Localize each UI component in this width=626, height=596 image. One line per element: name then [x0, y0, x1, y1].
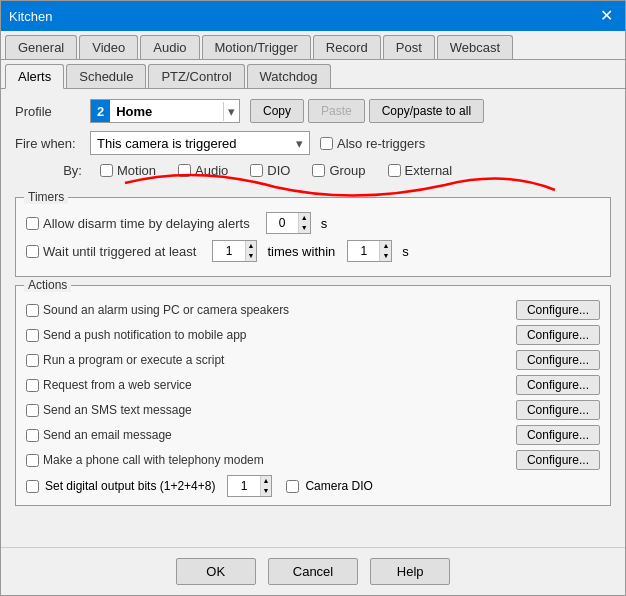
- by-group-label[interactable]: Group: [312, 163, 365, 178]
- window-title: Kitchen: [9, 9, 52, 24]
- action-3-configure[interactable]: Configure...: [516, 375, 600, 395]
- digital-output-checkbox[interactable]: [26, 480, 39, 493]
- by-dio-label[interactable]: DIO: [250, 163, 290, 178]
- by-audio-label[interactable]: Audio: [178, 163, 228, 178]
- close-button[interactable]: ✕: [596, 8, 617, 24]
- allow-disarm-spinner[interactable]: 0 ▲ ▼: [266, 212, 311, 234]
- timers-section: Timers Allow disarm time by delaying ale…: [15, 197, 611, 277]
- profile-name: Home: [110, 102, 223, 121]
- times-within-down[interactable]: ▼: [380, 251, 391, 261]
- digital-output-down[interactable]: ▼: [261, 486, 272, 496]
- allow-disarm-spin-buttons: ▲ ▼: [298, 213, 310, 234]
- wait-until-text: Wait until triggered at least: [43, 244, 196, 259]
- tab-webcast[interactable]: Webcast: [437, 35, 513, 59]
- tab-audio[interactable]: Audio: [140, 35, 199, 59]
- action-4-checkbox[interactable]: [26, 404, 39, 417]
- profile-label: Profile: [15, 104, 90, 119]
- camera-dio-checkbox[interactable]: [286, 480, 299, 493]
- action-3-text: Request from a web service: [43, 378, 192, 392]
- action-6-left: Make a phone call with telephony modem: [26, 453, 516, 467]
- wait-until-checkbox[interactable]: [26, 245, 39, 258]
- action-6-configure[interactable]: Configure...: [516, 450, 600, 470]
- times-within-value: 1: [348, 244, 379, 258]
- actions-section: Actions Sound an alarm using PC or camer…: [15, 285, 611, 506]
- digital-output-up[interactable]: ▲: [261, 476, 272, 486]
- allow-disarm-value: 0: [267, 216, 298, 230]
- allow-disarm-down[interactable]: ▼: [299, 223, 310, 233]
- also-retriggers-label[interactable]: Also re-triggers: [320, 136, 425, 151]
- tab-post[interactable]: Post: [383, 35, 435, 59]
- profile-dropdown[interactable]: 2 Home ▾: [90, 99, 240, 123]
- main-window: Kitchen ✕ General Video Audio Motion/Tri…: [0, 0, 626, 596]
- by-external-label[interactable]: External: [388, 163, 453, 178]
- action-5-checkbox[interactable]: [26, 429, 39, 442]
- paste-button[interactable]: Paste: [308, 99, 365, 123]
- action-1-checkbox[interactable]: [26, 329, 39, 342]
- wait-until-up[interactable]: ▲: [246, 241, 257, 251]
- help-button[interactable]: Help: [370, 558, 450, 585]
- by-label: By:: [15, 163, 90, 178]
- action-3-checkbox[interactable]: [26, 379, 39, 392]
- times-within-spinner[interactable]: 1 ▲ ▼: [347, 240, 392, 262]
- action-row-6: Make a phone call with telephony modem C…: [26, 450, 600, 470]
- fire-when-label: Fire when:: [15, 136, 90, 151]
- also-retriggers-text: Also re-triggers: [337, 136, 425, 151]
- tab-ptz-control[interactable]: PTZ/Control: [148, 64, 244, 88]
- fire-when-select[interactable]: This camera is triggered ▾: [90, 131, 310, 155]
- tab-video[interactable]: Video: [79, 35, 138, 59]
- by-motion-text: Motion: [117, 163, 156, 178]
- allow-disarm-label[interactable]: Allow disarm time by delaying alerts: [26, 216, 250, 231]
- by-audio-checkbox[interactable]: [178, 164, 191, 177]
- times-within-unit: s: [402, 244, 409, 259]
- action-5-configure[interactable]: Configure...: [516, 425, 600, 445]
- times-within-text: times within: [267, 244, 335, 259]
- by-options: Motion Audio DIO Group: [90, 163, 452, 178]
- digital-output-text: Set digital output bits (1+2+4+8): [45, 479, 215, 493]
- digital-output-spinner[interactable]: 1 ▲ ▼: [227, 475, 272, 497]
- wait-until-spinner[interactable]: 1 ▲ ▼: [212, 240, 257, 262]
- action-2-configure[interactable]: Configure...: [516, 350, 600, 370]
- times-within-up[interactable]: ▲: [380, 241, 391, 251]
- action-2-checkbox[interactable]: [26, 354, 39, 367]
- allow-disarm-row: Allow disarm time by delaying alerts 0 ▲…: [26, 212, 600, 234]
- tab-general[interactable]: General: [5, 35, 77, 59]
- by-dio-text: DIO: [267, 163, 290, 178]
- copy-button[interactable]: Copy: [250, 99, 304, 123]
- tab-motion-trigger[interactable]: Motion/Trigger: [202, 35, 311, 59]
- by-row: By: Motion Audio DIO: [15, 163, 611, 178]
- fire-when-arrow: ▾: [296, 136, 303, 151]
- by-dio-checkbox[interactable]: [250, 164, 263, 177]
- action-0-text: Sound an alarm using PC or camera speake…: [43, 303, 289, 317]
- wait-until-label[interactable]: Wait until triggered at least: [26, 244, 196, 259]
- tab-watchdog[interactable]: Watchdog: [247, 64, 331, 88]
- action-row-0: Sound an alarm using PC or camera speake…: [26, 300, 600, 320]
- tab-schedule[interactable]: Schedule: [66, 64, 146, 88]
- wait-until-down[interactable]: ▼: [246, 251, 257, 261]
- action-1-configure[interactable]: Configure...: [516, 325, 600, 345]
- ok-button[interactable]: OK: [176, 558, 256, 585]
- action-4-configure[interactable]: Configure...: [516, 400, 600, 420]
- action-0-configure[interactable]: Configure...: [516, 300, 600, 320]
- tab-row-1: General Video Audio Motion/Trigger Recor…: [1, 31, 625, 60]
- by-row-container: By: Motion Audio DIO: [15, 163, 611, 191]
- also-retriggers-checkbox[interactable]: [320, 137, 333, 150]
- allow-disarm-up[interactable]: ▲: [299, 213, 310, 223]
- allow-disarm-checkbox[interactable]: [26, 217, 39, 230]
- by-external-text: External: [405, 163, 453, 178]
- action-6-checkbox[interactable]: [26, 454, 39, 467]
- tab-alerts[interactable]: Alerts: [5, 64, 64, 89]
- action-row-2: Run a program or execute a script Config…: [26, 350, 600, 370]
- wait-until-value: 1: [213, 244, 244, 258]
- digital-output-spin-buttons: ▲ ▼: [260, 476, 272, 497]
- camera-dio-text: Camera DIO: [305, 479, 372, 493]
- by-group-checkbox[interactable]: [312, 164, 325, 177]
- copy-paste-all-button[interactable]: Copy/paste to all: [369, 99, 484, 123]
- cancel-button[interactable]: Cancel: [268, 558, 358, 585]
- by-external-checkbox[interactable]: [388, 164, 401, 177]
- tab-record[interactable]: Record: [313, 35, 381, 59]
- times-within-spin-buttons: ▲ ▼: [379, 241, 391, 262]
- by-motion-checkbox[interactable]: [100, 164, 113, 177]
- action-1-text: Send a push notification to mobile app: [43, 328, 246, 342]
- by-motion-label[interactable]: Motion: [100, 163, 156, 178]
- action-0-checkbox[interactable]: [26, 304, 39, 317]
